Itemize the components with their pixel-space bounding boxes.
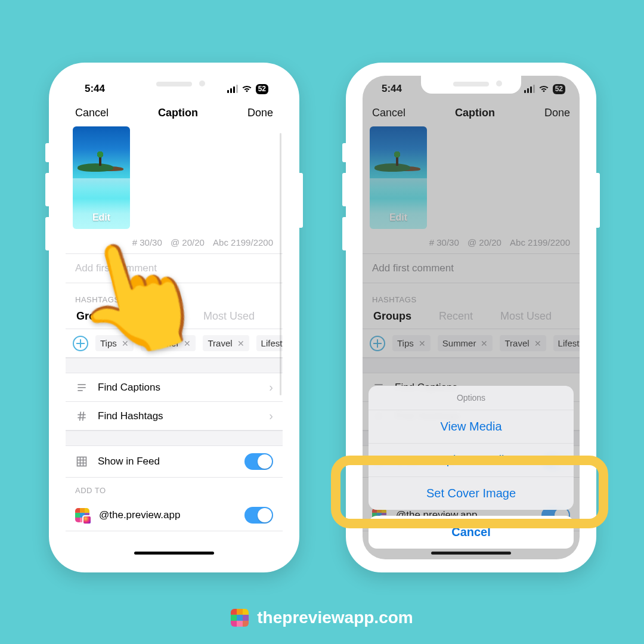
- lines-icon: [75, 381, 88, 394]
- svg-line-6: [83, 411, 84, 420]
- edit-label: Edit: [73, 212, 130, 223]
- list-item-label: Find Hashtags: [98, 410, 259, 422]
- phone-left: 5:44 52 Cancel Caption Done Edit # 30/30…: [49, 63, 299, 572]
- status-icons: 52: [227, 84, 268, 94]
- hash-icon: [75, 410, 88, 423]
- add-to-label: ADD TO: [66, 478, 283, 500]
- counter-hash: # 30/30: [132, 237, 162, 247]
- account-toggle[interactable]: [244, 507, 273, 524]
- tab-most-used[interactable]: Most Used: [199, 309, 259, 323]
- side-buttons: [342, 143, 346, 261]
- done-button[interactable]: Done: [247, 107, 273, 119]
- svg-rect-7: [78, 457, 86, 466]
- footer: thepreviewapp.com: [0, 608, 644, 627]
- chip-travel[interactable]: Travel✕: [203, 335, 249, 351]
- media-thumbnail[interactable]: Edit: [73, 126, 130, 229]
- spacer: [66, 431, 283, 446]
- signal-icon: [227, 85, 238, 93]
- find-hashtags-row[interactable]: Find Hashtags ›: [66, 402, 283, 431]
- grid-icon: [75, 455, 88, 468]
- side-button-right: [299, 173, 303, 228]
- app-icon: [75, 508, 89, 522]
- side-buttons: [45, 143, 49, 261]
- add-hashtag-group-button[interactable]: [73, 336, 88, 351]
- screen: 5:44 52 Cancel Caption Done Edit # 30/30…: [66, 76, 283, 559]
- chevron-right-icon: ›: [269, 380, 273, 394]
- battery-icon: 52: [256, 84, 268, 94]
- page-title: Caption: [158, 107, 198, 119]
- status-time: 5:44: [85, 83, 105, 95]
- action-sheet: Options View Media Replace Media Set Cov…: [369, 386, 574, 549]
- close-icon[interactable]: ✕: [184, 339, 191, 348]
- first-comment-input[interactable]: Add first comment: [66, 254, 283, 283]
- sheet-set-cover[interactable]: Set Cover Image: [369, 477, 574, 510]
- find-captions-row[interactable]: Find Captions ›: [66, 373, 283, 402]
- chip-tips[interactable]: Tips✕: [95, 335, 134, 351]
- wifi-icon: [242, 85, 252, 93]
- account-row: @the.preview.app: [66, 500, 283, 531]
- close-icon[interactable]: ✕: [122, 339, 129, 348]
- scrollbar[interactable]: [280, 133, 281, 395]
- close-icon[interactable]: ✕: [237, 339, 244, 348]
- counters: # 30/30 @ 20/20 Abc 2199/2200: [66, 229, 283, 254]
- hashtag-chips: Tips✕ Summer✕ Travel✕ Lifestyle: [66, 329, 283, 358]
- sheet-view-media[interactable]: View Media: [369, 410, 574, 444]
- sheet-title: Options: [369, 386, 574, 410]
- notch: [124, 76, 224, 94]
- hashtags-label: HASHTAGS: [66, 283, 283, 309]
- list-item-label: Find Captions: [98, 382, 259, 394]
- list-item-label: Show in Feed: [98, 456, 235, 467]
- sheet-replace-media[interactable]: Replace Media: [369, 444, 574, 477]
- account-handle: @the.preview.app: [99, 509, 235, 521]
- counter-at: @ 20/20: [171, 237, 205, 247]
- counter-abc: Abc 2199/2200: [213, 237, 273, 247]
- spacer: [66, 358, 283, 373]
- notch: [421, 76, 521, 94]
- tab-recent[interactable]: Recent: [137, 309, 181, 323]
- tab-groups[interactable]: Groups: [72, 309, 119, 323]
- nav-bar: Cancel Caption Done: [66, 102, 283, 126]
- show-in-feed-toggle[interactable]: [244, 453, 273, 470]
- chip-lifestyle[interactable]: Lifestyle: [256, 335, 283, 351]
- hashtag-tabs: Groups Recent Most Used: [66, 309, 283, 329]
- chevron-right-icon: ›: [269, 409, 273, 423]
- show-in-feed-row: Show in Feed: [66, 446, 283, 478]
- sheet-cancel[interactable]: Cancel: [369, 516, 574, 549]
- chip-summer[interactable]: Summer✕: [141, 335, 196, 351]
- home-indicator: [134, 552, 214, 555]
- footer-logo-icon: [231, 609, 249, 627]
- phone-right: 5:44 52 Cancel Caption Done Edit # 30/30…: [346, 63, 596, 572]
- svg-line-5: [80, 411, 81, 420]
- screen: 5:44 52 Cancel Caption Done Edit # 30/30…: [363, 76, 580, 559]
- footer-text: thepreviewapp.com: [257, 608, 413, 627]
- side-button-right: [596, 173, 600, 228]
- cancel-button[interactable]: Cancel: [75, 107, 109, 119]
